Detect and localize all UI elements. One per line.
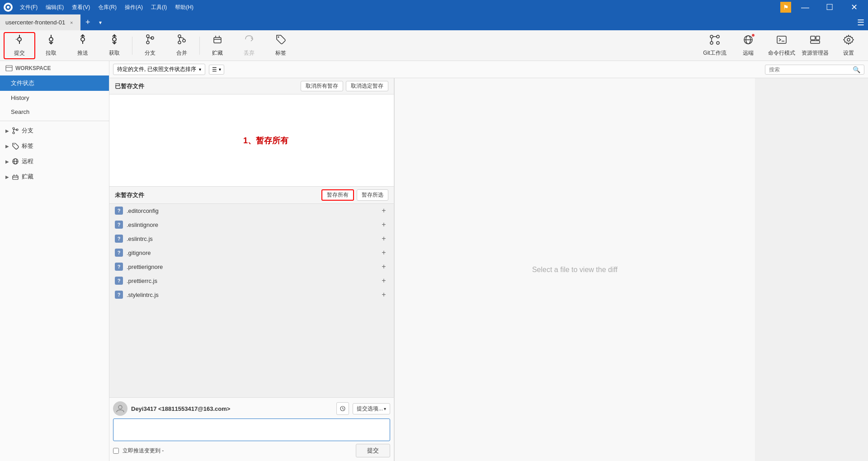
cancel-all-staged-button[interactable]: 取消所有暂存 — [301, 81, 343, 91]
tab-close-button[interactable]: × — [68, 19, 75, 26]
menu-bar: 文件(F) 编辑(E) 查看(V) 仓库(R) 操作(A) 工具(I) 帮助(H… — [16, 2, 780, 13]
menu-repo[interactable]: 仓库(R) — [94, 2, 120, 13]
commit-user: Deyi3417 <18811553417@163.com> — [131, 405, 333, 412]
tag-icon — [275, 34, 286, 47]
file-name: .eslintignore — [127, 221, 376, 228]
tag-chevron-icon: ▶ — [5, 144, 9, 149]
stash-all-button[interactable]: 暂存所有 — [321, 189, 354, 201]
search-input[interactable] — [769, 66, 853, 73]
sidebar-item-stash[interactable]: ▶ 贮藏 — [0, 169, 109, 184]
stash-button[interactable]: 贮藏 — [202, 32, 233, 59]
fetch-button[interactable]: 获取 — [99, 32, 130, 59]
commit-options-label: 提交选项... — [357, 405, 383, 413]
stash-selected-button[interactable]: 暂存所选 — [357, 189, 388, 201]
unstaged-actions: 暂存所有 暂存所选 — [321, 189, 388, 201]
file-item-eslintrc[interactable]: ? .eslintrc.js + — [109, 232, 394, 246]
discard-button[interactable]: 丢弃 — [233, 32, 265, 59]
sidebar-item-history[interactable]: History — [0, 91, 109, 105]
merge-button[interactable]: 合并 — [166, 32, 198, 59]
explorer-icon — [810, 34, 821, 47]
svg-rect-41 — [811, 41, 820, 43]
commit-history-button[interactable] — [336, 402, 349, 415]
tab-usercenter[interactable]: usercenter-frontend-01 × — [0, 14, 80, 30]
branch-button[interactable]: 分支 — [134, 32, 166, 59]
explorer-button[interactable]: 资源管理器 — [799, 32, 831, 59]
sidebar-item-search[interactable]: Search — [0, 105, 109, 119]
sidebar-item-remote[interactable]: ▶ 远程 — [0, 154, 109, 169]
remote-button[interactable]: 远端 — [732, 32, 764, 59]
file-unknown-icon: ? — [115, 277, 123, 285]
menu-actions[interactable]: 操作(A) — [121, 2, 146, 13]
commit-button[interactable]: 提交 — [4, 32, 35, 59]
push-button[interactable]: 推送 — [67, 32, 99, 59]
file-item-gitignore[interactable]: ? .gitignore + — [109, 246, 394, 260]
file-stage-button[interactable]: + — [379, 234, 388, 243]
separator-2 — [199, 37, 200, 55]
sort-dropdown[interactable]: 待定的文件, 已依照文件状态排序 ▾ — [113, 64, 205, 75]
svg-point-6 — [49, 38, 53, 41]
tag-button[interactable]: 标签 — [265, 32, 297, 59]
maximize-button[interactable]: ☐ — [819, 0, 840, 14]
avatar — [113, 401, 127, 416]
file-panel: 已暂存文件 取消所有暂存 取消选定暂存 1、暂存所有 — [109, 78, 394, 461]
sidebar-item-tag[interactable]: ▶ 标签 — [0, 138, 109, 154]
file-item-stylelintrc[interactable]: ? .stylelintrc.js + — [109, 288, 394, 302]
cancel-selected-staged-button[interactable]: 取消选定暂存 — [346, 81, 388, 91]
svg-rect-37 — [777, 36, 786, 43]
file-stage-button[interactable]: + — [379, 220, 388, 229]
pull-button[interactable]: 拉取 — [35, 32, 67, 59]
sidebar-divider-1 — [0, 121, 109, 121]
new-tab-button[interactable]: + — [80, 14, 95, 30]
branch-chevron-icon: ▶ — [5, 128, 9, 133]
file-item-prettierrc[interactable]: ? .prettierrc.js + — [109, 274, 394, 288]
file-item-prettierignore[interactable]: ? .prettierignore + — [109, 260, 394, 274]
git-flow-icon — [709, 34, 720, 47]
tabbar: usercenter-frontend-01 × + ▾ ☰ — [0, 14, 868, 30]
git-flow-button[interactable]: Git工作流 — [699, 32, 731, 59]
file-stage-button[interactable]: + — [379, 248, 388, 257]
search-area: 🔍 — [765, 65, 864, 75]
hamburger-menu[interactable]: ☰ — [857, 14, 868, 30]
svg-point-57 — [118, 405, 122, 409]
svg-point-27 — [278, 37, 279, 38]
pull-icon — [46, 34, 57, 47]
menu-help[interactable]: 帮助(H) — [171, 2, 197, 13]
svg-point-16 — [146, 41, 149, 44]
commit-message-input[interactable] — [113, 419, 390, 441]
discard-label: 丢弃 — [244, 49, 255, 57]
view-toggle-button[interactable]: ☰ ▾ — [209, 65, 224, 75]
file-unknown-icon: ? — [115, 207, 123, 215]
sort-label: 待定的文件, 已依照文件状态排序 — [117, 66, 196, 73]
svg-point-21 — [183, 39, 185, 42]
commit-submit-button[interactable]: 提交 — [356, 444, 390, 457]
terminal-button[interactable]: 命令行模式 — [766, 32, 797, 59]
file-item-editorconfig[interactable]: ? .editorconfig + — [109, 204, 394, 218]
menu-tools[interactable]: 工具(I) — [147, 2, 170, 13]
commit-push-checkbox[interactable] — [113, 448, 119, 454]
push-label: 推送 — [77, 49, 88, 57]
menu-file[interactable]: 文件(F) — [16, 2, 41, 13]
svg-point-20 — [178, 41, 181, 44]
tab-dropdown-button[interactable]: ▾ — [95, 14, 106, 30]
sidebar-item-branch[interactable]: ▶ 分支 — [0, 123, 109, 138]
file-item-eslintignore[interactable]: ? .eslintignore + — [109, 218, 394, 232]
file-stage-button[interactable]: + — [379, 262, 388, 271]
file-stage-button[interactable]: + — [379, 276, 388, 285]
flag-icon[interactable]: ⚑ — [780, 2, 791, 13]
annotation-text: 1、暂存所有 — [243, 136, 288, 145]
sidebar-item-file-status[interactable]: 文件状态 — [0, 75, 109, 91]
file-stage-button[interactable]: + — [379, 290, 388, 299]
file-name: .editorconfig — [127, 207, 376, 214]
file-name: .stylelintrc.js — [127, 292, 376, 298]
remote-chevron-icon: ▶ — [5, 159, 9, 164]
close-button[interactable]: ✕ — [844, 0, 864, 14]
svg-point-31 — [717, 42, 719, 44]
menu-view[interactable]: 查看(V) — [68, 2, 94, 13]
minimize-button[interactable]: — — [795, 0, 816, 14]
settings-button[interactable]: 设置 — [833, 32, 864, 59]
menu-edit[interactable]: 编辑(E) — [42, 2, 67, 13]
file-stage-button[interactable]: + — [379, 206, 388, 215]
commit-options-button[interactable]: 提交选项... ▾ — [353, 403, 390, 414]
file-unknown-icon: ? — [115, 235, 123, 243]
commit-area: Deyi3417 <18811553417@163.com> 提交选项... ▾ — [109, 397, 394, 461]
